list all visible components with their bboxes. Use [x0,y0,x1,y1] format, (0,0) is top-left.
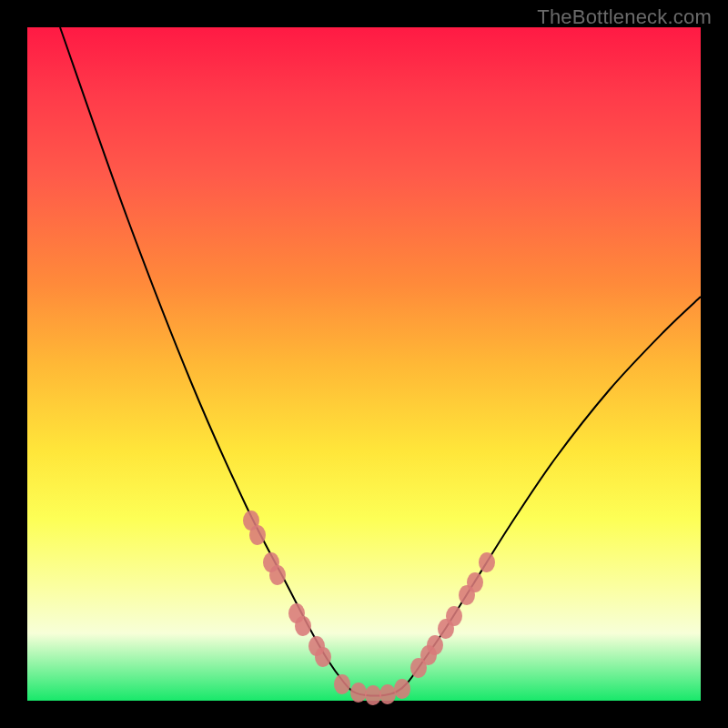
chart-frame: TheBottleneck.com [0,0,728,728]
bottleneck-curve [60,27,701,696]
highlight-dot [334,674,350,694]
highlight-dot [446,606,462,626]
highlight-dot [315,647,331,667]
highlight-dot [295,616,311,636]
highlight-dot [365,685,381,705]
highlight-dot [269,565,286,585]
highlight-dot [350,682,367,703]
highlight-dot [379,684,396,704]
chart-plot-area [27,27,701,701]
highlight-dot [394,679,410,699]
highlight-dot [467,572,483,592]
highlight-dots-group [243,511,495,705]
highlight-dot [249,525,266,545]
chart-svg [27,27,701,701]
highlight-dot [479,552,495,572]
watermark-label: TheBottleneck.com [537,5,712,29]
highlight-dot [427,635,443,655]
